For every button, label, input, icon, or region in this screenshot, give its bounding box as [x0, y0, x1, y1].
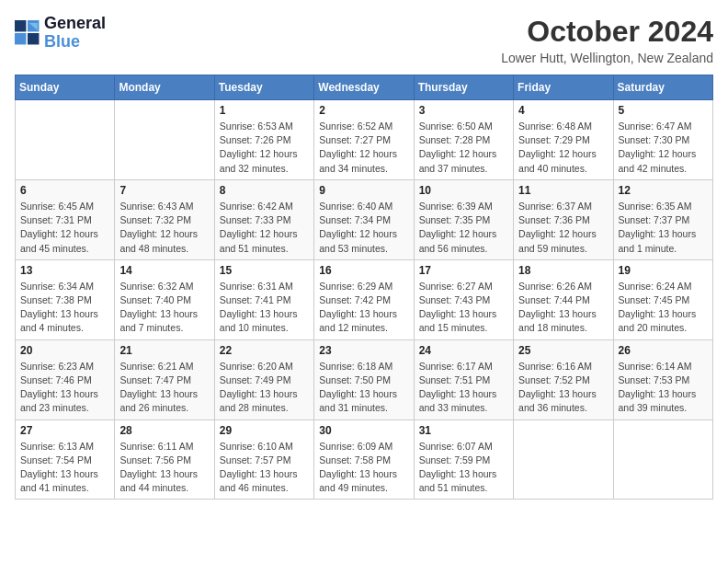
- day-number: 30: [319, 424, 408, 437]
- calendar-day-cell: 22Sunrise: 6:20 AMSunset: 7:49 PMDayligh…: [214, 339, 313, 419]
- calendar-day-cell: 29Sunrise: 6:10 AMSunset: 7:57 PMDayligh…: [214, 419, 313, 500]
- day-info: Sunrise: 6:14 AMSunset: 7:53 PMDaylight:…: [619, 360, 708, 416]
- day-number: 24: [419, 344, 508, 357]
- calendar-day-cell: 7Sunrise: 6:43 AMSunset: 7:32 PMDaylight…: [115, 179, 214, 259]
- day-number: 12: [619, 184, 708, 197]
- calendar-day-cell: 21Sunrise: 6:21 AMSunset: 7:47 PMDayligh…: [115, 339, 214, 419]
- day-info: Sunrise: 6:21 AMSunset: 7:47 PMDaylight:…: [119, 360, 209, 416]
- calendar-day-cell: 5Sunrise: 6:47 AMSunset: 7:30 PMDaylight…: [613, 100, 712, 180]
- day-number: 20: [20, 344, 109, 357]
- calendar-week-row: 1Sunrise: 6:53 AMSunset: 7:26 PMDaylight…: [16, 100, 713, 180]
- day-info: Sunrise: 6:23 AMSunset: 7:46 PMDaylight:…: [20, 360, 109, 416]
- calendar-day-cell: 24Sunrise: 6:17 AMSunset: 7:51 PMDayligh…: [414, 339, 513, 419]
- calendar-week-row: 13Sunrise: 6:34 AMSunset: 7:38 PMDayligh…: [16, 259, 713, 339]
- day-info: Sunrise: 6:39 AMSunset: 7:35 PMDaylight:…: [419, 200, 508, 256]
- calendar-day-cell: 26Sunrise: 6:14 AMSunset: 7:53 PMDayligh…: [613, 339, 712, 419]
- calendar-day-cell: 11Sunrise: 6:37 AMSunset: 7:36 PMDayligh…: [514, 179, 613, 259]
- calendar-day-cell: 31Sunrise: 6:07 AMSunset: 7:59 PMDayligh…: [414, 419, 513, 500]
- calendar-day-cell: [115, 100, 214, 180]
- day-info: Sunrise: 6:31 AMSunset: 7:41 PMDaylight:…: [220, 280, 309, 336]
- weekday-header-cell: Friday: [514, 75, 613, 100]
- day-info: Sunrise: 6:53 AMSunset: 7:26 PMDaylight:…: [220, 120, 309, 176]
- calendar-table: SundayMondayTuesdayWednesdayThursdayFrid…: [15, 75, 713, 500]
- calendar-day-cell: 6Sunrise: 6:45 AMSunset: 7:31 PMDaylight…: [16, 179, 115, 259]
- svg-rect-0: [15, 20, 26, 31]
- day-info: Sunrise: 6:42 AMSunset: 7:33 PMDaylight:…: [220, 200, 309, 256]
- weekday-header-cell: Saturday: [613, 75, 712, 100]
- day-number: 3: [419, 104, 508, 117]
- day-number: 1: [220, 104, 309, 117]
- day-info: Sunrise: 6:18 AMSunset: 7:50 PMDaylight:…: [319, 360, 408, 416]
- day-number: 17: [419, 264, 508, 277]
- calendar-day-cell: [613, 419, 712, 500]
- day-number: 23: [319, 344, 408, 357]
- calendar-day-cell: 15Sunrise: 6:31 AMSunset: 7:41 PMDayligh…: [214, 259, 313, 339]
- calendar-day-cell: 8Sunrise: 6:42 AMSunset: 7:33 PMDaylight…: [214, 179, 313, 259]
- calendar-day-cell: 3Sunrise: 6:50 AMSunset: 7:28 PMDaylight…: [414, 100, 513, 180]
- day-info: Sunrise: 6:43 AMSunset: 7:32 PMDaylight:…: [119, 200, 209, 256]
- day-number: 2: [319, 104, 408, 117]
- day-info: Sunrise: 6:52 AMSunset: 7:27 PMDaylight:…: [319, 120, 408, 176]
- day-info: Sunrise: 6:24 AMSunset: 7:45 PMDaylight:…: [619, 280, 708, 336]
- day-number: 7: [119, 184, 209, 197]
- main-title: October 2024: [501, 15, 713, 49]
- day-info: Sunrise: 6:47 AMSunset: 7:30 PMDaylight:…: [619, 120, 708, 176]
- weekday-header-cell: Monday: [115, 75, 214, 100]
- calendar-day-cell: 19Sunrise: 6:24 AMSunset: 7:45 PMDayligh…: [613, 259, 712, 339]
- calendar-day-cell: 27Sunrise: 6:13 AMSunset: 7:54 PMDayligh…: [16, 419, 115, 500]
- calendar-day-cell: 30Sunrise: 6:09 AMSunset: 7:58 PMDayligh…: [314, 419, 414, 500]
- day-info: Sunrise: 6:26 AMSunset: 7:44 PMDaylight:…: [518, 280, 608, 336]
- calendar-day-cell: 13Sunrise: 6:34 AMSunset: 7:38 PMDayligh…: [16, 259, 115, 339]
- calendar-day-cell: 10Sunrise: 6:39 AMSunset: 7:35 PMDayligh…: [414, 179, 513, 259]
- day-info: Sunrise: 6:50 AMSunset: 7:28 PMDaylight:…: [419, 120, 508, 176]
- day-info: Sunrise: 6:37 AMSunset: 7:36 PMDaylight:…: [518, 200, 608, 256]
- calendar-day-cell: 28Sunrise: 6:11 AMSunset: 7:56 PMDayligh…: [115, 419, 214, 500]
- day-number: 21: [119, 344, 209, 357]
- day-info: Sunrise: 6:48 AMSunset: 7:29 PMDaylight:…: [518, 120, 608, 176]
- day-info: Sunrise: 6:29 AMSunset: 7:42 PMDaylight:…: [319, 280, 408, 336]
- calendar-header-row: SundayMondayTuesdayWednesdayThursdayFrid…: [16, 75, 713, 100]
- day-number: 28: [119, 424, 209, 437]
- day-info: Sunrise: 6:20 AMSunset: 7:49 PMDaylight:…: [220, 360, 309, 416]
- day-number: 29: [220, 424, 309, 437]
- day-number: 11: [518, 184, 608, 197]
- calendar-day-cell: 4Sunrise: 6:48 AMSunset: 7:29 PMDaylight…: [514, 100, 613, 180]
- day-number: 16: [319, 264, 408, 277]
- svg-rect-2: [15, 33, 26, 44]
- calendar-week-row: 20Sunrise: 6:23 AMSunset: 7:46 PMDayligh…: [16, 339, 713, 419]
- day-number: 26: [619, 344, 708, 357]
- svg-rect-3: [28, 33, 39, 44]
- day-info: Sunrise: 6:10 AMSunset: 7:57 PMDaylight:…: [220, 440, 309, 496]
- day-info: Sunrise: 6:27 AMSunset: 7:43 PMDaylight:…: [419, 280, 508, 336]
- day-number: 14: [119, 264, 209, 277]
- day-number: 15: [220, 264, 309, 277]
- day-info: Sunrise: 6:35 AMSunset: 7:37 PMDaylight:…: [619, 200, 708, 256]
- day-number: 13: [20, 264, 109, 277]
- calendar-day-cell: 14Sunrise: 6:32 AMSunset: 7:40 PMDayligh…: [115, 259, 214, 339]
- day-info: Sunrise: 6:40 AMSunset: 7:34 PMDaylight:…: [319, 200, 408, 256]
- weekday-header-cell: Tuesday: [214, 75, 313, 100]
- day-number: 25: [518, 344, 608, 357]
- day-number: 31: [419, 424, 508, 437]
- calendar-day-cell: 25Sunrise: 6:16 AMSunset: 7:52 PMDayligh…: [514, 339, 613, 419]
- calendar-day-cell: 9Sunrise: 6:40 AMSunset: 7:34 PMDaylight…: [314, 179, 414, 259]
- weekday-header-cell: Wednesday: [314, 75, 414, 100]
- day-info: Sunrise: 6:07 AMSunset: 7:59 PMDaylight:…: [419, 440, 508, 496]
- calendar-day-cell: 2Sunrise: 6:52 AMSunset: 7:27 PMDaylight…: [314, 100, 414, 180]
- calendar-day-cell: 23Sunrise: 6:18 AMSunset: 7:50 PMDayligh…: [314, 339, 414, 419]
- day-info: Sunrise: 6:34 AMSunset: 7:38 PMDaylight:…: [20, 280, 109, 336]
- logo: GeneralBlue: [15, 15, 106, 52]
- day-info: Sunrise: 6:16 AMSunset: 7:52 PMDaylight:…: [518, 360, 608, 416]
- weekday-header-cell: Sunday: [16, 75, 115, 100]
- calendar-week-row: 6Sunrise: 6:45 AMSunset: 7:31 PMDaylight…: [16, 179, 713, 259]
- calendar-day-cell: 16Sunrise: 6:29 AMSunset: 7:42 PMDayligh…: [314, 259, 414, 339]
- calendar-week-row: 27Sunrise: 6:13 AMSunset: 7:54 PMDayligh…: [16, 419, 713, 500]
- day-number: 5: [619, 104, 708, 117]
- day-number: 6: [20, 184, 109, 197]
- day-info: Sunrise: 6:13 AMSunset: 7:54 PMDaylight:…: [20, 440, 109, 496]
- day-info: Sunrise: 6:11 AMSunset: 7:56 PMDaylight:…: [119, 440, 209, 496]
- calendar-day-cell: [16, 100, 115, 180]
- subtitle: Lower Hutt, Wellington, New Zealand: [501, 51, 713, 65]
- day-number: 8: [220, 184, 309, 197]
- calendar-day-cell: 1Sunrise: 6:53 AMSunset: 7:26 PMDaylight…: [214, 100, 313, 180]
